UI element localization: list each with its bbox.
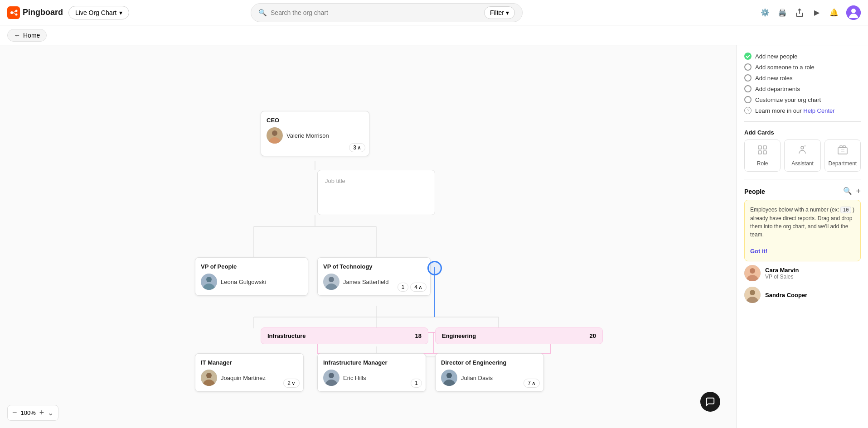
infrastructure-dept[interactable]: Infrastructure 18 (261, 327, 428, 344)
org-chart-area[interactable]: CEO Valerie Morrison 3 ∧ Job title VP of… (0, 45, 737, 428)
add-cards-section: Add Cards Role Assistant (744, 129, 861, 172)
it-manager-avatar (201, 370, 217, 386)
job-title-placeholder: Job title (325, 178, 345, 184)
filter-button[interactable]: Filter ▾ (484, 6, 515, 19)
zoom-in-button[interactable]: + (39, 408, 44, 418)
vp-tech-node[interactable]: VP of Technology James Satterfield 1 4 ∧ (317, 257, 431, 296)
it-manager-node[interactable]: IT Manager Joaquin Martinez 2 ∨ (195, 353, 304, 392)
sandra-cooper-name: Sandra Cooper (765, 292, 807, 298)
vp-people-title: VP of People (201, 263, 302, 270)
main-layout: CEO Valerie Morrison 3 ∧ Job title VP of… (0, 45, 868, 428)
action-add-new-roles-label: Add new roles (755, 75, 792, 82)
card-department-label: Department (828, 160, 857, 167)
zoom-controls: − 100% + ⌄ (7, 405, 58, 421)
ceo-title: CEO (267, 117, 364, 124)
svg-rect-53 (843, 146, 845, 148)
zoom-out-button[interactable]: − (12, 408, 17, 418)
ceo-expand-badge[interactable]: 3 ∧ (349, 143, 365, 152)
divider-2 (744, 179, 861, 179)
dir-eng-expand[interactable]: 7 ∧ (524, 379, 540, 388)
cara-marvin-avatar (744, 265, 761, 281)
number-badge: 10 (840, 207, 851, 213)
share-icon[interactable] (795, 8, 805, 18)
action-customize[interactable]: Customize your org chart (744, 96, 861, 103)
infra-manager-node[interactable]: Infrastructure Manager Eric Hills 1 (317, 353, 426, 392)
search-bar[interactable]: 🔍 Filter ▾ (251, 3, 523, 22)
dir-eng-avatar (441, 370, 457, 386)
svg-point-7 (851, 9, 856, 13)
people-search-icon[interactable]: 🔍 (843, 187, 852, 196)
role-card-icon (757, 144, 768, 158)
help-center-link[interactable]: Help Center (803, 107, 834, 114)
vp-tech-expand1[interactable]: 1 (398, 283, 409, 292)
action-help: ? Learn more in our Help Center (744, 107, 861, 114)
sandra-cooper-info: Sandra Cooper (765, 292, 807, 298)
svg-point-41 (744, 53, 752, 60)
svg-point-2 (15, 10, 18, 12)
infra-manager-expand[interactable]: 1 (411, 379, 422, 388)
radio-icon-1 (744, 63, 752, 71)
logo-area: Pingboard (7, 6, 63, 19)
sidebar: Add new people Add someone to a role Add… (737, 45, 868, 428)
svg-text:?: ? (747, 108, 750, 113)
vp-people-node[interactable]: VP of People Leona Gulgowski (195, 257, 308, 296)
chart-selector-button[interactable]: Live Org Chart ▾ (68, 6, 129, 19)
action-add-depts[interactable]: Add departments (744, 85, 861, 92)
people-header-actions: 🔍 + (843, 187, 861, 196)
zoom-more-icon[interactable]: ⌄ (48, 409, 53, 417)
settings-icon[interactable]: ⚙️ (760, 8, 770, 18)
notifications-icon[interactable]: 🔔 (829, 8, 839, 18)
add-cards-grid: Role Assistant Department (744, 139, 861, 172)
got-it-link[interactable]: Got it! (750, 248, 767, 255)
card-role-label: Role (757, 160, 768, 167)
people-add-icon[interactable]: + (856, 187, 861, 196)
action-add-role[interactable]: Add someone to a role (744, 63, 861, 71)
svg-point-59 (750, 290, 755, 295)
action-add-new-roles[interactable]: Add new roles (744, 74, 861, 82)
svg-point-38 (329, 373, 334, 378)
search-input[interactable] (271, 9, 480, 16)
people-notice: Employees below with a number (ex: 10 ) … (744, 200, 861, 261)
job-title-node[interactable]: Job title (317, 170, 435, 215)
list-item[interactable]: Sandra Cooper (744, 287, 861, 303)
dir-eng-name: Julian Davis (461, 375, 493, 381)
dir-eng-node[interactable]: Director of Engineering Julian Davis 7 ∧ (435, 353, 544, 392)
people-header: People 🔍 + (744, 187, 861, 196)
vp-people-name: Leona Gulgowski (221, 279, 266, 285)
filter-chevron-icon: ▾ (506, 9, 509, 16)
svg-point-1 (10, 11, 13, 14)
divider-1 (744, 121, 861, 122)
svg-rect-45 (763, 146, 766, 149)
action-add-people[interactable]: Add new people (744, 53, 861, 60)
vp-tech-expand2[interactable]: 4 ∧ (410, 283, 427, 292)
svg-point-36 (206, 373, 212, 378)
action-help-label: Learn more in our Help Center (755, 107, 835, 114)
svg-point-32 (206, 277, 212, 282)
action-customize-label: Customize your org chart (755, 96, 821, 103)
engineering-dept[interactable]: Engineering 20 (435, 327, 603, 344)
play-icon[interactable]: ▶ (812, 8, 822, 18)
action-list: Add new people Add someone to a role Add… (744, 53, 861, 114)
sandra-cooper-avatar (744, 287, 761, 303)
pingboard-logo-icon (7, 6, 20, 19)
eng-dept-count: 20 (590, 332, 596, 339)
svg-point-34 (329, 277, 334, 282)
department-card-icon (837, 144, 848, 158)
home-label: Home (23, 32, 40, 39)
ceo-node[interactable]: CEO Valerie Morrison 3 ∧ (261, 111, 369, 156)
infra-manager-title: Infrastructure Manager (323, 359, 420, 366)
print-icon[interactable]: 🖨️ (777, 8, 787, 18)
infra-manager-name: Eric Hills (343, 375, 366, 381)
user-avatar[interactable] (846, 5, 861, 20)
check-icon (744, 53, 752, 60)
it-manager-expand[interactable]: 2 ∨ (283, 379, 300, 388)
card-role[interactable]: Role (744, 139, 781, 172)
filter-label: Filter (490, 9, 504, 16)
it-manager-name: Joaquin Martinez (221, 375, 266, 381)
card-assistant[interactable]: Assistant (784, 139, 820, 172)
infra-manager-avatar (323, 370, 339, 386)
card-department[interactable]: Department (824, 139, 861, 172)
radio-icon-2 (744, 74, 752, 82)
list-item[interactable]: Cara Marvin VP of Sales (744, 265, 861, 281)
home-button[interactable]: ← Home (7, 29, 47, 42)
